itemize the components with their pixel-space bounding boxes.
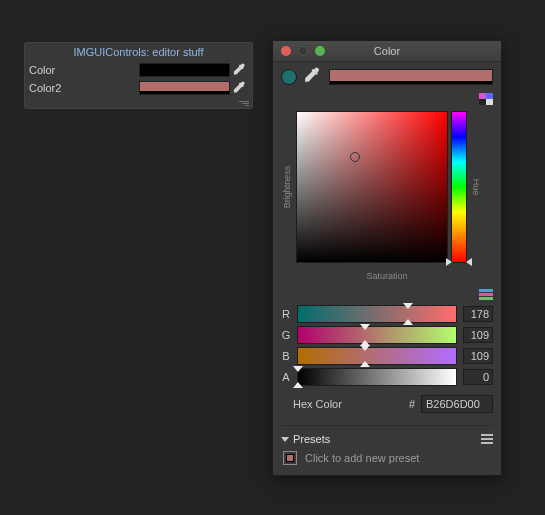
svg-rect-3 bbox=[479, 99, 486, 105]
r-label: R bbox=[281, 308, 291, 320]
add-preset-swatch[interactable] bbox=[283, 451, 297, 465]
a-label: A bbox=[281, 371, 291, 383]
color-row-2: Color2 bbox=[25, 79, 252, 97]
color-swatch-2[interactable] bbox=[139, 81, 230, 95]
slider-display-toggle-icon[interactable] bbox=[479, 289, 493, 300]
color-mode-toggle-icon[interactable] bbox=[479, 93, 493, 105]
svg-rect-5 bbox=[479, 289, 493, 292]
b-value[interactable]: 109 bbox=[463, 348, 493, 364]
window-close-button[interactable] bbox=[281, 46, 291, 56]
presets-header-label[interactable]: Presets bbox=[293, 433, 330, 445]
g-slider[interactable] bbox=[297, 326, 457, 344]
hex-input[interactable]: B26D6D00 bbox=[421, 395, 493, 413]
svg-rect-4 bbox=[486, 99, 493, 105]
eyedropper-icon[interactable] bbox=[232, 80, 248, 96]
current-color-swatch[interactable] bbox=[329, 69, 493, 85]
editor-panel: IMGUIControls: editor stuff Color Color2 bbox=[24, 42, 253, 109]
window-minimize-button[interactable] bbox=[298, 46, 308, 56]
g-value[interactable]: 109 bbox=[463, 327, 493, 343]
svg-rect-1 bbox=[479, 93, 486, 99]
hex-label: Hex Color bbox=[281, 398, 342, 410]
titlebar[interactable]: Color bbox=[273, 41, 501, 62]
panel-title: IMGUIControls: editor stuff bbox=[25, 43, 252, 61]
color-picker-window: Color Brig bbox=[272, 40, 502, 476]
color-label-2: Color2 bbox=[29, 82, 139, 94]
window-zoom-button[interactable] bbox=[315, 46, 325, 56]
hue-axis-label: Hue bbox=[470, 111, 482, 263]
svg-rect-2 bbox=[486, 93, 493, 99]
r-value[interactable]: 178 bbox=[463, 306, 493, 322]
svg-rect-6 bbox=[479, 293, 493, 296]
color-label-1: Color bbox=[29, 64, 139, 76]
a-slider[interactable] bbox=[297, 368, 457, 386]
sv-marker[interactable] bbox=[350, 152, 360, 162]
svg-rect-7 bbox=[479, 297, 493, 300]
resize-grip[interactable] bbox=[25, 97, 252, 108]
presets-foldout-icon[interactable] bbox=[281, 437, 289, 442]
color-swatch-1[interactable] bbox=[139, 63, 230, 77]
r-slider[interactable] bbox=[297, 305, 457, 323]
hex-hash: # bbox=[409, 398, 415, 410]
hue-slider[interactable] bbox=[451, 111, 467, 263]
g-label: G bbox=[281, 329, 291, 341]
presets-options-icon[interactable] bbox=[481, 434, 493, 444]
add-preset-hint[interactable]: Click to add new preset bbox=[305, 452, 419, 464]
brightness-axis-label: Brightness bbox=[281, 111, 293, 263]
previous-color-swatch[interactable] bbox=[281, 69, 297, 85]
eyedropper-icon[interactable] bbox=[304, 67, 322, 87]
a-value[interactable]: 0 bbox=[463, 369, 493, 385]
saturation-axis-label: Saturation bbox=[281, 271, 493, 281]
color-row-1: Color bbox=[25, 61, 252, 79]
b-label: B bbox=[281, 350, 291, 362]
eyedropper-icon[interactable] bbox=[232, 62, 248, 78]
presets-section: Presets Click to add new preset bbox=[273, 421, 501, 475]
saturation-value-box[interactable] bbox=[296, 111, 448, 263]
b-slider[interactable] bbox=[297, 347, 457, 365]
